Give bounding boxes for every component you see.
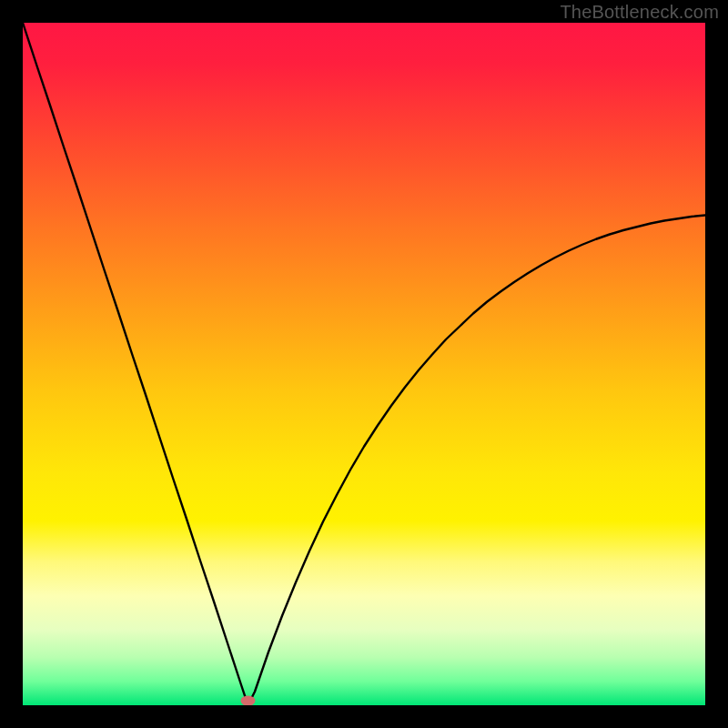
optimal-point-marker <box>241 696 256 706</box>
chart-frame: TheBottleneck.com <box>0 0 728 728</box>
bottleneck-chart <box>23 23 705 705</box>
watermark-label: TheBottleneck.com <box>560 2 719 23</box>
plot-area <box>23 23 705 705</box>
gradient-background <box>23 23 705 705</box>
